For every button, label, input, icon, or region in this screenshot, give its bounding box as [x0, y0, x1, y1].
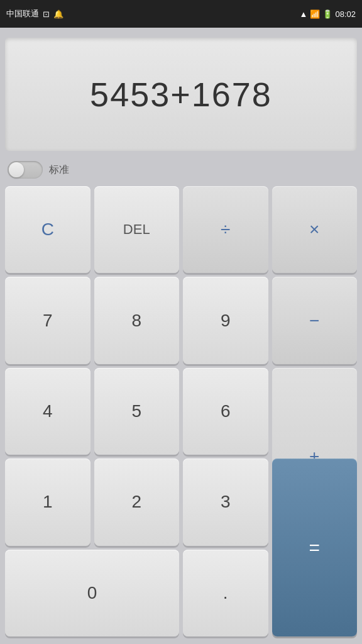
carrier-text: 中国联通 — [6, 8, 39, 19]
divide-button[interactable]: ÷ — [183, 186, 268, 273]
display-value: 5453+1678 — [90, 75, 272, 114]
four-button[interactable]: 4 — [5, 368, 90, 455]
dot-button[interactable]: . — [183, 550, 268, 636]
eight-button[interactable]: 8 — [94, 277, 180, 364]
two-button[interactable]: 2 — [94, 458, 180, 545]
equals-button[interactable]: = — [272, 458, 358, 636]
five-button[interactable]: 5 — [94, 368, 180, 455]
status-left: 中国联通 ⊡ 🔔 — [6, 8, 63, 19]
multiply-button[interactable]: × — [272, 186, 358, 273]
delete-button[interactable]: DEL — [94, 186, 180, 273]
signal-icon: 📶 — [310, 9, 320, 19]
six-button[interactable]: 6 — [183, 368, 268, 455]
clear-button[interactable]: C — [5, 186, 90, 273]
battery-icon: 🔋 — [322, 9, 332, 19]
wifi-icon: ▲ — [300, 9, 308, 19]
toggle-area: 标准 — [5, 156, 357, 184]
status-bar: 中国联通 ⊡ 🔔 ▲ 📶 🔋 08:02 — [0, 0, 362, 28]
buttons-grid: C DEL ÷ × 7 8 9 − 4 5 6 + 1 2 3 = 0 . — [5, 184, 357, 639]
mode-toggle[interactable] — [8, 161, 43, 179]
one-button[interactable]: 1 — [5, 458, 90, 545]
toggle-knob — [9, 162, 24, 177]
three-button[interactable]: 3 — [183, 458, 268, 545]
display-area: 5453+1678 — [5, 38, 357, 151]
toggle-label: 标准 — [49, 164, 69, 177]
seven-button[interactable]: 7 — [5, 277, 90, 364]
nine-button[interactable]: 9 — [183, 277, 268, 364]
calculator: 5453+1678 标准 C DEL ÷ × 7 8 9 − 4 5 6 + 1… — [0, 28, 362, 644]
status-right: ▲ 📶 🔋 08:02 — [300, 9, 356, 19]
zero-button[interactable]: 0 — [5, 550, 179, 636]
minus-button[interactable]: − — [272, 277, 358, 364]
time-display: 08:02 — [335, 9, 356, 19]
notification-icon: 🔔 — [53, 9, 63, 19]
image-icon: ⊡ — [43, 9, 50, 19]
